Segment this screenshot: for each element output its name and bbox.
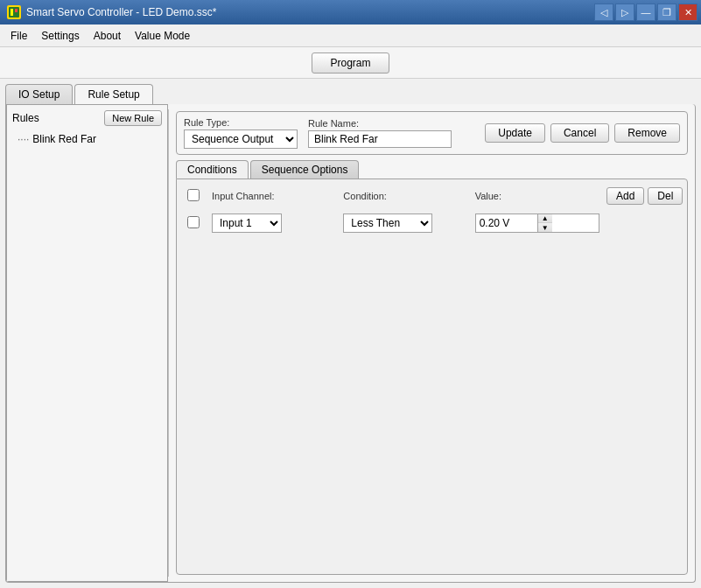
spinner-up-button[interactable]: ▲	[538, 214, 552, 223]
menu-settings[interactable]: Settings	[34, 27, 86, 45]
outer-tab-content: Rules New Rule ···· Blink Red Far Rule T…	[5, 104, 696, 583]
tab-sequence-options[interactable]: Sequence Options	[250, 160, 360, 178]
cancel-button[interactable]: Cancel	[550, 123, 609, 143]
rule-name-label: Rule Name:	[308, 118, 452, 129]
outer-tab-strip: IO Setup Rule Setup	[5, 84, 696, 104]
channel-select[interactable]: Input 1 Input 2 Input 3	[212, 214, 282, 233]
value-cell: ▲ ▼	[475, 214, 599, 233]
rule-name-input[interactable]	[308, 130, 452, 148]
rule-name-group: Rule Name:	[308, 118, 452, 148]
condition-cell: Less Then Greater Then Equal To	[343, 214, 467, 233]
right-content: Rule Type: Sequence OutputSimple OutputC…	[169, 104, 695, 582]
window-title: Smart Servo Controller - LED Demo.ssc*	[26, 6, 216, 18]
title-bar: Smart Servo Controller - LED Demo.ssc* ◁…	[0, 0, 701, 24]
menu-bar: File Settings About Value Mode	[0, 24, 701, 47]
value-spinner: ▲ ▼	[475, 214, 599, 233]
tab-rule-setup[interactable]: Rule Setup	[74, 84, 152, 104]
spinner-down-button[interactable]: ▼	[538, 223, 552, 232]
left-panel: Rules New Rule ···· Blink Red Far	[6, 104, 168, 582]
toolbar: Program	[0, 47, 701, 79]
rule-type-group: Rule Type: Sequence OutputSimple OutputC…	[184, 117, 298, 149]
header-checkbox-spacer	[187, 189, 205, 204]
content-area: IO Setup Rule Setup Rules New Rule ···· …	[0, 79, 701, 588]
program-button[interactable]: Program	[312, 52, 389, 74]
add-button[interactable]: Add	[606, 187, 644, 205]
input-channel-header: Input Channel:	[212, 191, 336, 201]
tree-branch-icon: ····	[18, 133, 29, 145]
remove-button[interactable]: Remove	[614, 123, 680, 143]
rule-type-label: Rule Type:	[184, 117, 298, 128]
list-item[interactable]: ···· Blink Red Far	[14, 131, 160, 147]
spinner-controls: ▲ ▼	[537, 214, 552, 232]
svg-rect-0	[9, 7, 19, 18]
minimize-button[interactable]: ◁	[594, 4, 613, 21]
condition-select[interactable]: Less Then Greater Then Equal To	[343, 214, 432, 233]
del-button[interactable]: Del	[648, 187, 683, 205]
restore-button[interactable]: ❐	[657, 4, 676, 21]
size-button[interactable]: ▷	[615, 4, 634, 21]
svg-rect-2	[15, 9, 18, 12]
conditions-panel: Input Channel: Condition: Value: Add Del	[176, 178, 688, 575]
rule-tree: ···· Blink Red Far	[12, 130, 162, 149]
rule-type-select[interactable]: Sequence OutputSimple OutputConditional	[184, 130, 298, 149]
rule-meta-row: Rule Type: Sequence OutputSimple OutputC…	[176, 111, 688, 155]
row-checkbox[interactable]	[187, 216, 200, 228]
menu-file[interactable]: File	[4, 27, 34, 45]
menu-about[interactable]: About	[87, 27, 128, 45]
actions-header: Add Del	[606, 187, 676, 205]
new-rule-button[interactable]: New Rule	[104, 110, 162, 126]
condition-header: Condition:	[343, 191, 467, 201]
inner-tab-strip: Conditions Sequence Options	[176, 160, 688, 178]
close-button[interactable]: ✕	[678, 4, 697, 21]
value-header: Value:	[475, 191, 599, 201]
tab-io-setup[interactable]: IO Setup	[5, 84, 73, 104]
rules-label: Rules	[12, 112, 39, 124]
row-checkbox-cell	[187, 216, 205, 231]
rule-item-label: Blink Red Far	[32, 133, 96, 145]
minimize-window-button[interactable]: —	[636, 4, 655, 21]
conditions-header-row: Input Channel: Condition: Value: Add Del	[182, 185, 682, 207]
menu-value-mode[interactable]: Value Mode	[128, 27, 197, 45]
rule-meta-buttons: Update Cancel Remove	[485, 123, 680, 143]
header-checkbox[interactable]	[187, 189, 200, 201]
update-button[interactable]: Update	[485, 123, 545, 143]
inner-tab-area: Conditions Sequence Options Input Channe…	[176, 160, 688, 575]
outer-tab-area: IO Setup Rule Setup Rules New Rule ···· …	[5, 84, 696, 583]
value-input[interactable]	[476, 215, 537, 231]
input-channel-cell: Input 1 Input 2 Input 3	[212, 214, 336, 233]
svg-rect-1	[11, 9, 13, 16]
rules-header: Rules New Rule	[12, 110, 162, 126]
table-row: Input 1 Input 2 Input 3 Less Then Greate…	[182, 211, 682, 235]
tab-conditions[interactable]: Conditions	[176, 160, 249, 178]
app-icon	[7, 5, 21, 19]
